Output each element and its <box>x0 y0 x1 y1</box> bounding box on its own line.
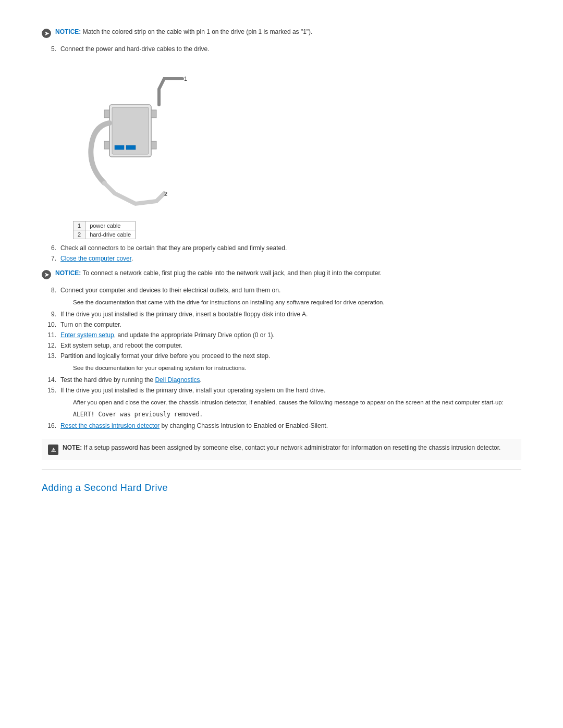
notice-icon-2: ➤ <box>42 270 51 279</box>
step-12-text: Exit system setup, and reboot the comput… <box>60 342 182 349</box>
notice-label-1: NOTICE: <box>55 28 81 35</box>
step-15-num: 15. <box>42 387 56 394</box>
diagram-area: 1 2 <box>73 63 521 211</box>
alert-code-block: ALERT! Cover was previously removed. <box>73 411 521 418</box>
legend-row-2: 2 hard-drive cable <box>74 230 136 239</box>
reset-chassis-link[interactable]: Reset the chassis intrusion detector <box>60 422 160 429</box>
step-8: 8. Connect your computer and devices to … <box>42 287 521 294</box>
step-11-num: 11. <box>42 331 56 339</box>
step-14-suffix: . <box>200 376 202 384</box>
step-15: 15. If the drive you just installed is t… <box>42 387 521 394</box>
step-10-text: Turn on the computer. <box>60 321 121 328</box>
step-6-text: Check all connectors to be certain that … <box>60 244 287 252</box>
notice-icon-1: ➤ <box>42 29 51 38</box>
indented-note-1: See the documentation that came with the… <box>73 299 521 305</box>
legend-label-2: hard-drive cable <box>85 230 136 239</box>
legend-label-1: power cable <box>85 221 136 230</box>
section-heading: Adding a Second Hard Drive <box>42 483 521 493</box>
notice-1-text: NOTICE: Match the colored strip on the c… <box>55 28 312 35</box>
indented-note-2-text: See the documentation for your operating… <box>73 365 246 371</box>
step-8-num: 8. <box>42 287 56 294</box>
step-14-content: Test the hard drive by running the Dell … <box>60 376 202 384</box>
step-9-text: If the drive you just installed is the p… <box>60 311 308 318</box>
dell-diagnostics-link[interactable]: Dell Diagnostics <box>155 376 200 384</box>
step-16-num: 16. <box>42 422 56 429</box>
notice-2-text: NOTICE: To connect a network cable, firs… <box>55 269 382 277</box>
step-16: 16. Reset the chassis intrusion detector… <box>42 422 521 429</box>
notice-2: ➤ NOTICE: To connect a network cable, fi… <box>42 269 521 279</box>
indented-note-3: After you open and close the cover, the … <box>73 399 521 405</box>
step-7-num: 7. <box>42 255 56 262</box>
step-13: 13. Partition and logically format your … <box>42 352 521 360</box>
step-9-num: 9. <box>42 311 56 318</box>
step-11-content: Enter system setup, and update the appro… <box>60 331 275 339</box>
step-13-num: 13. <box>42 352 56 360</box>
notice-1-body: Match the colored strip on the cable wit… <box>83 28 313 35</box>
step-14: 14. Test the hard drive by running the D… <box>42 376 521 384</box>
alert-code-text: ALERT! Cover was previously removed. <box>73 411 203 418</box>
legend-table: 1 power cable 2 hard-drive cable <box>73 221 136 239</box>
notice-1: ➤ NOTICE: Match the colored strip on the… <box>42 28 521 38</box>
section-divider <box>42 470 521 470</box>
step-5-num: 5. <box>42 45 56 53</box>
indented-note-2: See the documentation for your operating… <box>73 365 521 371</box>
step-7-suffix: . <box>131 255 133 262</box>
note-text-content: NOTE: If a setup password has been assig… <box>63 444 500 451</box>
notice-2-body: To connect a network cable, first plug t… <box>82 269 382 277</box>
svg-text:2: 2 <box>164 191 167 197</box>
step-11: 11. Enter system setup, and update the a… <box>42 331 521 339</box>
notice-label-2: NOTICE: <box>55 269 81 277</box>
step-16-suffix: by changing Chassis Intrusion to Enabled… <box>160 422 328 429</box>
legend-num-1: 1 <box>74 221 85 230</box>
svg-rect-7 <box>151 110 156 118</box>
step-14-prefix: Test the hard drive by running the <box>60 376 155 384</box>
svg-rect-3 <box>126 145 136 150</box>
step-10: 10. Turn on the computer. <box>42 321 521 328</box>
close-cover-link[interactable]: Close the computer cover <box>60 255 131 262</box>
svg-text:1: 1 <box>184 76 187 82</box>
step-14-num: 14. <box>42 376 56 384</box>
step-7: 7. Close the computer cover. <box>42 255 521 262</box>
step-16-content: Reset the chassis intrusion detector by … <box>60 422 328 429</box>
diagram-svg: 1 2 <box>73 63 188 209</box>
indented-note-1-text: See the documentation that came with the… <box>73 299 385 305</box>
note-label: NOTE: <box>63 444 82 451</box>
step-6: 6. Check all connectors to be certain th… <box>42 244 521 252</box>
step-7-content: Close the computer cover. <box>60 255 133 262</box>
note-icon: ⚠ <box>48 445 58 455</box>
step-8-text: Connect your computer and devices to the… <box>60 287 280 294</box>
enter-system-setup-link[interactable]: Enter system setup <box>60 331 114 339</box>
svg-rect-8 <box>104 141 109 149</box>
step-13-text: Partition and logically format your driv… <box>60 352 270 360</box>
step-6-num: 6. <box>42 244 56 252</box>
legend-row-1: 1 power cable <box>74 221 136 230</box>
svg-rect-9 <box>151 141 156 149</box>
step-12: 12. Exit system setup, and reboot the co… <box>42 342 521 349</box>
svg-rect-2 <box>115 145 124 150</box>
step-5-text: Connect the power and hard-drive cables … <box>60 45 210 53</box>
step-15-text: If the drive you just installed is the p… <box>60 387 325 394</box>
step-5: 5. Connect the power and hard-drive cabl… <box>42 45 521 53</box>
legend-num-2: 2 <box>74 230 85 239</box>
indented-note-3-text: After you open and close the cover, the … <box>73 399 504 405</box>
note-body: If a setup password has been assigned by… <box>84 444 501 451</box>
step-10-num: 10. <box>42 321 56 328</box>
note-block: ⚠ NOTE: If a setup password has been ass… <box>42 439 521 460</box>
step-9: 9. If the drive you just installed is th… <box>42 311 521 318</box>
step-11-suffix: , and update the appropriate Primary Dri… <box>114 331 275 339</box>
step-12-num: 12. <box>42 342 56 349</box>
svg-rect-6 <box>104 110 109 118</box>
